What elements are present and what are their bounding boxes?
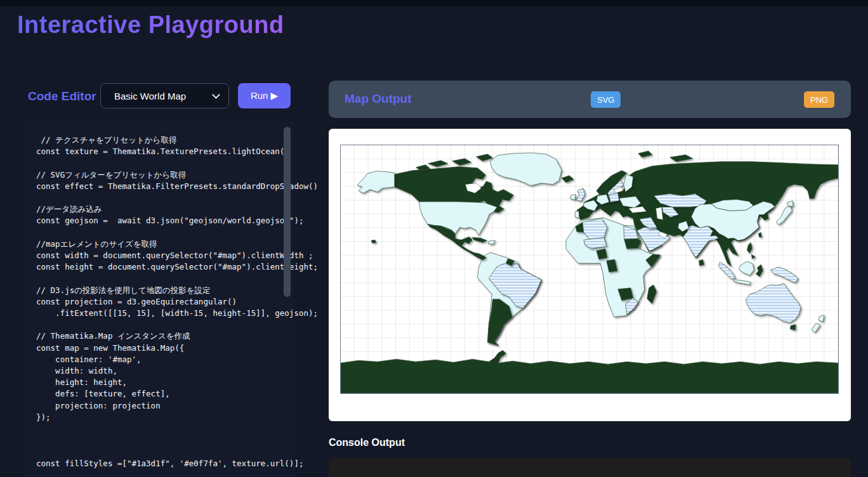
console-output-title: Console Output bbox=[329, 437, 405, 448]
code-line bbox=[36, 446, 280, 457]
code-line: width: width, bbox=[36, 365, 280, 377]
code-line: projection: projection bbox=[36, 400, 280, 412]
code-line: //mapエレメントのサイズを取得 bbox=[36, 238, 280, 250]
code-editor-content: // テクスチャをプリセットから取得const texture = Themat… bbox=[36, 134, 280, 469]
code-editor-label: Code Editor bbox=[28, 89, 96, 103]
preset-select[interactable]: Basic World Map bbox=[100, 83, 229, 108]
code-scrollbar-thumb[interactable] bbox=[284, 127, 291, 297]
console-output-panel bbox=[329, 458, 851, 477]
code-line: const height = document.querySelector("#… bbox=[36, 261, 280, 273]
code-line: // Thematika.Map インスタンスを作成 bbox=[36, 330, 280, 342]
code-line: height: height, bbox=[36, 377, 280, 388]
code-line: //データ読み込み bbox=[36, 204, 280, 215]
svg-export-button[interactable]: SVG bbox=[591, 91, 621, 108]
code-line bbox=[36, 319, 280, 330]
page-title: Interactive Playground bbox=[17, 11, 284, 39]
map-output-canvas bbox=[329, 129, 851, 421]
code-line: .fitExtent([[15, 15], [width-15, height-… bbox=[36, 308, 280, 319]
code-line bbox=[36, 423, 280, 435]
code-line bbox=[36, 227, 280, 238]
code-line: // SVGフィルターをプリセットから取得 bbox=[36, 169, 280, 181]
code-line bbox=[36, 157, 280, 169]
code-line: const fillStyles =["#1a3d1f", '#e0f7fa',… bbox=[36, 458, 280, 469]
code-line: defs: [texture, effect], bbox=[36, 388, 280, 400]
map-output-header: Map Output SVG PNG bbox=[329, 81, 851, 118]
code-line: const projection = d3.geoEquirectangular… bbox=[36, 296, 280, 308]
code-line: container: '#map', bbox=[36, 354, 280, 365]
top-bar bbox=[0, 0, 868, 6]
code-line: // テクスチャをプリセットから取得 bbox=[36, 134, 280, 146]
map-output-title: Map Output bbox=[345, 92, 412, 106]
code-line: const width = document.querySelector("#m… bbox=[36, 250, 280, 261]
code-line: const map = new Thematika.Map({ bbox=[36, 343, 280, 354]
png-export-button[interactable]: PNG bbox=[804, 91, 834, 108]
code-line: // D3.jsの投影法を使用して地図の投影を設定 bbox=[36, 285, 280, 296]
code-editor[interactable]: // テクスチャをプリセットから取得const texture = Themat… bbox=[25, 121, 294, 477]
code-line bbox=[36, 273, 280, 284]
code-line: }); bbox=[36, 412, 280, 423]
run-button[interactable]: Run ▶ bbox=[238, 83, 291, 108]
world-map bbox=[340, 145, 839, 394]
code-line bbox=[36, 192, 280, 204]
caspian-sea bbox=[656, 207, 663, 220]
code-line: const geojson = await d3.json("geojson/w… bbox=[36, 215, 280, 226]
code-line: const effect = Thematika.FilterPresets.s… bbox=[36, 181, 280, 192]
code-line: const texture = Thematika.TexturePresets… bbox=[36, 146, 280, 157]
code-line bbox=[36, 435, 280, 446]
